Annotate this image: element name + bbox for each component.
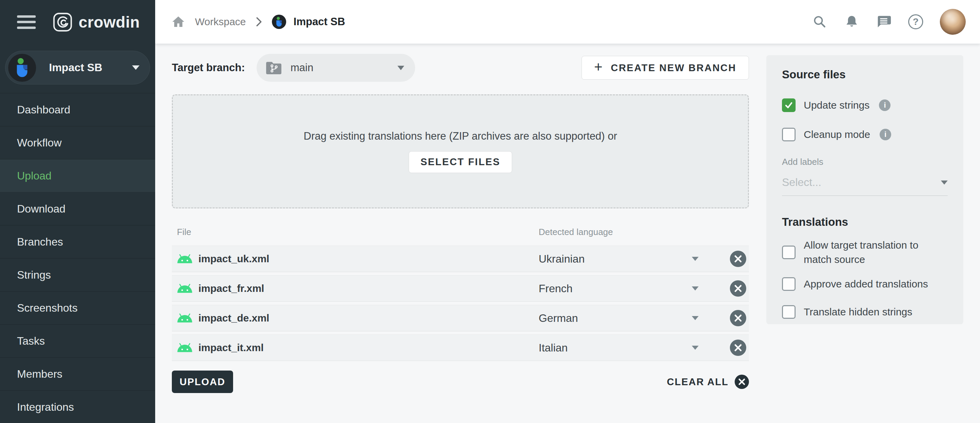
sidebar-item-strings[interactable]: Strings	[0, 259, 155, 292]
file-row: impact_de.xml German	[172, 305, 749, 331]
chevron-right-icon	[256, 17, 262, 27]
language-select[interactable]: Ukrainian	[539, 246, 698, 272]
labels-select-placeholder: Select...	[782, 176, 821, 189]
approve-added-checkbox[interactable]	[782, 277, 795, 291]
topbar: Workspace Impact SB	[155, 0, 980, 44]
sidebar-item-label: Download	[17, 203, 65, 215]
language-value: Ukrainian	[539, 253, 585, 265]
cleanup-mode-label: Cleanup mode	[804, 128, 870, 142]
close-icon	[734, 344, 742, 352]
clear-all-label: CLEAR ALL	[667, 376, 729, 388]
crowdin-logo[interactable]: crowdin	[53, 12, 140, 32]
branch-select-value: main	[291, 62, 313, 74]
sidebar-item-label: Dashboard	[17, 104, 70, 116]
breadcrumb: Workspace Impact SB	[172, 14, 345, 29]
allow-match-checkbox[interactable]	[782, 246, 795, 259]
file-name: impact_de.xml	[198, 312, 269, 324]
sidebar-item-branches[interactable]: Branches	[0, 225, 155, 259]
chevron-down-icon	[132, 65, 140, 70]
crowdin-wordmark: crowdin	[79, 13, 140, 31]
chevron-down-icon	[692, 316, 698, 320]
sidebar-item-workflow[interactable]: Workflow	[0, 126, 155, 160]
sidebar-item-label: Branches	[17, 236, 63, 248]
sidebar-item-label: Members	[17, 368, 62, 380]
remove-file-button[interactable]	[730, 251, 746, 267]
select-files-button[interactable]: SELECT FILES	[409, 151, 512, 173]
file-list: impact_uk.xml Ukrainian	[172, 246, 749, 361]
remove-file-button[interactable]	[730, 340, 746, 356]
labels-select[interactable]: Select...	[782, 176, 948, 196]
sidebar-item-label: Strings	[17, 269, 51, 281]
dropzone-text: Drag existing translations here (ZIP arc…	[304, 130, 617, 142]
home-icon[interactable]	[172, 16, 185, 28]
sidebar-nav: Dashboard Workflow Upload Download Branc…	[0, 93, 155, 423]
sidebar-item-screenshots[interactable]: Screenshots	[0, 292, 155, 324]
remove-file-button[interactable]	[730, 310, 746, 326]
file-table-header: File Detected language	[172, 225, 749, 243]
branch-select[interactable]: main	[256, 54, 415, 82]
project-name: Impact SB	[49, 61, 102, 74]
sidebar-item-tasks[interactable]: Tasks	[0, 324, 155, 358]
project-switcher[interactable]: Impact SB	[5, 51, 150, 85]
android-file-icon	[177, 343, 192, 353]
help-icon[interactable]: ?	[908, 14, 924, 30]
android-file-icon	[177, 254, 192, 264]
sidebar-item-label: Upload	[17, 169, 51, 182]
source-files-title: Source files	[782, 68, 948, 81]
notifications-bell-icon[interactable]	[844, 14, 859, 30]
chevron-down-icon	[941, 180, 948, 185]
approve-added-label: Approve added translations	[804, 277, 928, 291]
messages-chat-icon[interactable]	[876, 14, 891, 30]
file-row: impact_it.xml Italian	[172, 334, 749, 361]
breadcrumb-project: Impact SB	[294, 16, 345, 28]
file-name: impact_uk.xml	[198, 253, 269, 265]
search-icon[interactable]	[812, 14, 827, 30]
close-icon	[734, 255, 742, 263]
breadcrumb-workspace[interactable]: Workspace	[195, 16, 246, 27]
sidebar-item-download[interactable]: Download	[0, 192, 155, 225]
add-labels-label: Add labels	[782, 156, 948, 167]
remove-file-button[interactable]	[730, 280, 746, 297]
chevron-down-icon	[692, 286, 698, 291]
info-icon[interactable]: i	[879, 99, 891, 111]
translate-hidden-checkbox[interactable]	[782, 305, 795, 319]
android-file-icon	[177, 283, 192, 294]
clear-all-button[interactable]: CLEAR ALL	[667, 375, 749, 389]
update-strings-label: Update strings	[804, 98, 869, 112]
language-column-header: Detected language	[539, 227, 613, 237]
language-value: German	[539, 312, 578, 324]
hamburger-menu-icon[interactable]	[17, 15, 36, 29]
file-dropzone[interactable]: Drag existing translations here (ZIP arc…	[172, 94, 749, 208]
project-avatar	[8, 54, 36, 82]
check-icon	[784, 100, 794, 110]
chevron-down-icon	[692, 346, 698, 350]
clear-all-close-icon	[735, 375, 749, 389]
upload-options-panel: Source files Update strings i Cleanup mo…	[766, 55, 963, 324]
file-name: impact_fr.xml	[198, 283, 264, 294]
translate-hidden-label: Translate hidden strings	[804, 305, 912, 319]
close-icon	[734, 284, 742, 292]
language-select[interactable]: Italian	[539, 335, 698, 361]
language-select[interactable]: French	[539, 276, 698, 302]
info-icon[interactable]: i	[880, 129, 891, 140]
close-icon	[734, 314, 742, 322]
target-branch-label: Target branch:	[172, 62, 245, 74]
update-strings-checkbox[interactable]	[782, 99, 795, 112]
file-column-header: File	[177, 227, 191, 237]
sidebar-item-label: Tasks	[17, 335, 45, 347]
sidebar-item-integrations[interactable]: Integrations	[0, 391, 155, 423]
sidebar-item-label: Workflow	[17, 137, 62, 149]
user-avatar[interactable]	[940, 9, 966, 35]
create-new-branch-button[interactable]: + CREATE NEW BRANCH	[582, 56, 749, 80]
sidebar-item-label: Screenshots	[17, 302, 78, 314]
sidebar: crowdin Impact SB Dashboard Workflow Upl…	[0, 0, 155, 423]
cleanup-mode-checkbox[interactable]	[782, 128, 795, 141]
sidebar-item-members[interactable]: Members	[0, 358, 155, 391]
language-select[interactable]: German	[539, 305, 698, 331]
upload-button[interactable]: UPLOAD	[172, 370, 233, 393]
file-row: impact_fr.xml French	[172, 275, 749, 302]
sidebar-item-upload[interactable]: Upload	[0, 160, 155, 192]
sidebar-item-dashboard[interactable]: Dashboard	[0, 93, 155, 126]
project-avatar	[272, 14, 286, 29]
android-file-icon	[177, 313, 192, 323]
